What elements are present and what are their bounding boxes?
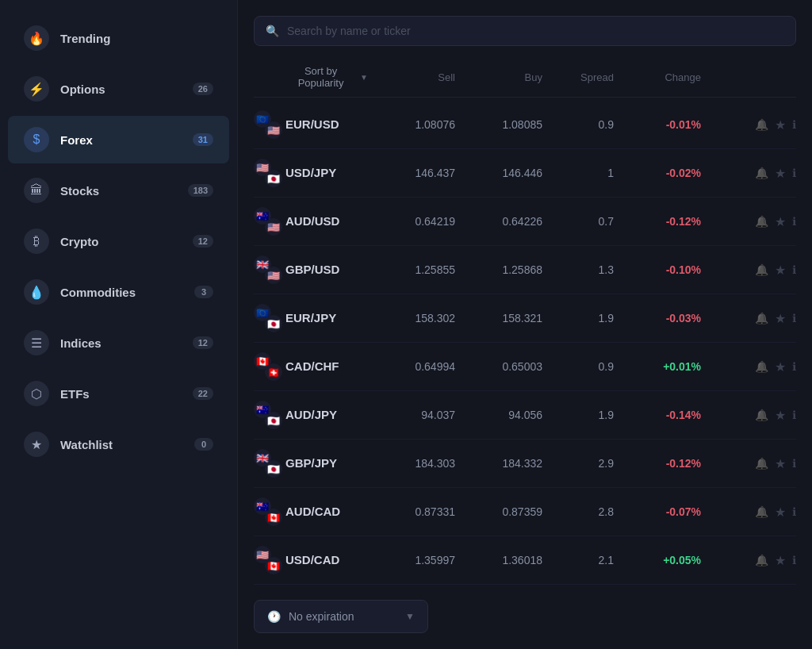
sell-USD/JPY: 146.437 <box>368 167 455 179</box>
info-icon[interactable]: ℹ <box>792 409 796 421</box>
buy-USD/CAD: 1.36018 <box>455 554 542 566</box>
indices-badge: 12 <box>193 336 213 349</box>
expiration-label: No expiration <box>289 610 397 623</box>
pair-name-EUR/USD: EUR/USD <box>285 117 368 132</box>
flag-AUD/CAD: 🇦🇺🇨🇦 <box>254 497 285 526</box>
info-icon[interactable]: ℹ <box>792 118 796 131</box>
star-icon[interactable]: ★ <box>775 456 786 471</box>
sort-button[interactable]: Sort by Popularity ▼ <box>285 65 368 89</box>
stocks-label: Stocks <box>60 184 188 198</box>
pair-label: EUR/JPY <box>285 311 336 324</box>
bell-icon[interactable]: 🔔 <box>755 167 768 179</box>
etfs-badge: 22 <box>193 387 213 400</box>
pair-name-CAD/CHF: CAD/CHF <box>285 359 368 374</box>
sidebar-item-etfs[interactable]: ⬡ETFs22 <box>8 370 229 417</box>
col-sell: Sell <box>368 71 455 83</box>
search-input[interactable] <box>287 25 784 37</box>
sell-GBP/JPY: 184.303 <box>368 457 455 470</box>
info-icon[interactable]: ℹ <box>792 457 796 470</box>
info-icon[interactable]: ℹ <box>792 312 796 324</box>
info-icon[interactable]: ℹ <box>792 505 796 518</box>
star-icon[interactable]: ★ <box>775 553 786 568</box>
change-GBP/JPY: -0.12% <box>614 457 701 470</box>
sidebar-item-indices[interactable]: ☰Indices12 <box>8 319 229 367</box>
spread-USD/JPY: 1 <box>542 167 614 179</box>
sidebar-item-stocks[interactable]: 🏛Stocks183 <box>8 167 229 214</box>
actions-AUD/USD: 🔔★ℹ <box>701 214 796 229</box>
table-row[interactable]: 🇬🇧🇺🇸GBP/USD1.258551.258681.3-0.10%🔔★ℹ <box>254 246 796 294</box>
sidebar-item-commodities[interactable]: 💧Commodities3 <box>8 268 229 316</box>
bell-icon[interactable]: 🔔 <box>755 554 768 566</box>
options-label: Options <box>60 83 193 96</box>
star-icon[interactable]: ★ <box>775 359 786 374</box>
info-icon[interactable]: ℹ <box>792 215 796 228</box>
options-badge: 26 <box>193 83 213 95</box>
change-EUR/JPY: -0.03% <box>614 312 701 324</box>
actions-AUD/CAD: 🔔★ℹ <box>701 505 796 520</box>
sidebar-item-watchlist[interactable]: ★Watchlist0 <box>8 421 229 468</box>
star-icon[interactable]: ★ <box>775 505 786 520</box>
sidebar-item-trending[interactable]: 🔥Trending <box>8 14 229 62</box>
info-icon[interactable]: ℹ <box>792 263 796 276</box>
table-row[interactable]: 🇺🇸🇯🇵USD/JPY146.437146.4461-0.02%🔔★ℹ <box>254 149 796 198</box>
bell-icon[interactable]: 🔔 <box>755 505 768 518</box>
pair-name-USD/JPY: USD/JPY <box>285 166 368 180</box>
bell-icon[interactable]: 🔔 <box>755 263 768 276</box>
info-icon[interactable]: ℹ <box>792 167 796 179</box>
actions-CAD/CHF: 🔔★ℹ <box>701 359 796 374</box>
table-row[interactable]: 🇦🇺🇨🇦AUD/CAD0.873310.873592.8-0.07%🔔★ℹ <box>254 488 796 536</box>
pair-name-GBP/JPY: GBP/JPY <box>285 456 368 470</box>
footer: 🕐 No expiration ▼ <box>254 587 796 633</box>
flag-EUR/JPY: 🇪🇺🇯🇵 <box>254 304 285 332</box>
col-change: Change <box>614 71 701 83</box>
bell-icon[interactable]: 🔔 <box>755 215 768 228</box>
stocks-icon: 🏛 <box>24 178 49 203</box>
info-icon[interactable]: ℹ <box>792 360 796 373</box>
sidebar-item-crypto[interactable]: ₿Crypto12 <box>8 217 229 265</box>
bell-icon[interactable]: 🔔 <box>755 457 768 470</box>
col-spread: Spread <box>542 71 614 83</box>
bell-icon[interactable]: 🔔 <box>755 118 768 131</box>
star-icon[interactable]: ★ <box>775 311 786 326</box>
table-row[interactable]: 🇬🇧🇯🇵GBP/JPY184.303184.3322.9-0.12%🔔★ℹ <box>254 440 796 488</box>
table-row[interactable]: 🇦🇺🇯🇵AUD/JPY94.03794.0561.9-0.14%🔔★ℹ <box>254 391 796 440</box>
star-icon[interactable]: ★ <box>775 263 786 278</box>
flag-USD/CAD: 🇺🇸🇨🇦 <box>254 546 285 574</box>
flag-top: 🇬🇧 <box>254 449 271 467</box>
col-buy: Buy <box>455 71 542 83</box>
sidebar-item-forex[interactable]: $Forex31 <box>8 116 229 163</box>
bell-icon[interactable]: 🔔 <box>755 312 768 324</box>
change-GBP/USD: -0.10% <box>614 263 701 276</box>
sell-AUD/USD: 0.64219 <box>368 215 455 228</box>
star-icon[interactable]: ★ <box>775 117 786 132</box>
pair-label: EUR/USD <box>285 117 339 131</box>
table-row[interactable]: 🇦🇺🇺🇸AUD/USD0.642190.642260.7-0.12%🔔★ℹ <box>254 198 796 246</box>
spread-AUD/JPY: 1.9 <box>542 409 614 421</box>
bell-icon[interactable]: 🔔 <box>755 409 768 421</box>
table-row[interactable]: 🇺🇸🇨🇦USD/CAD1.359971.360182.1+0.05%🔔★ℹ <box>254 536 796 585</box>
sort-arrow-icon: ▼ <box>360 73 368 82</box>
table-row[interactable]: 🇨🇦🇨🇭CAD/CHF0.649940.650030.9+0.01%🔔★ℹ <box>254 343 796 391</box>
star-icon[interactable]: ★ <box>775 408 786 423</box>
etfs-icon: ⬡ <box>24 381 49 406</box>
info-icon[interactable]: ℹ <box>792 554 796 566</box>
expiration-select[interactable]: 🕐 No expiration ▼ <box>254 600 428 633</box>
buy-AUD/CAD: 0.87359 <box>455 505 542 518</box>
sidebar-item-options[interactable]: ⚡Options26 <box>8 65 229 113</box>
spread-AUD/CAD: 2.8 <box>542 505 614 518</box>
pair-label: GBP/USD <box>285 263 339 276</box>
star-icon[interactable]: ★ <box>775 166 786 181</box>
table-row[interactable]: 🇪🇺🇺🇸EUR/USD1.080761.080850.9-0.01%🔔★ℹ <box>254 101 796 149</box>
stocks-badge: 183 <box>188 184 213 197</box>
star-icon[interactable]: ★ <box>775 214 786 229</box>
pair-label: CAD/CHF <box>285 359 339 373</box>
watchlist-icon: ★ <box>24 432 49 457</box>
table-row[interactable]: 🇪🇺🇯🇵EUR/JPY158.302158.3211.9-0.03%🔔★ℹ <box>254 294 796 343</box>
bell-icon[interactable]: 🔔 <box>755 360 768 373</box>
commodities-label: Commodities <box>60 286 194 299</box>
crypto-label: Crypto <box>60 235 193 248</box>
search-bar[interactable]: 🔍 <box>254 16 796 46</box>
actions-EUR/USD: 🔔★ℹ <box>701 117 796 132</box>
flag-top: 🇪🇺 <box>254 304 271 321</box>
options-icon: ⚡ <box>24 76 49 102</box>
